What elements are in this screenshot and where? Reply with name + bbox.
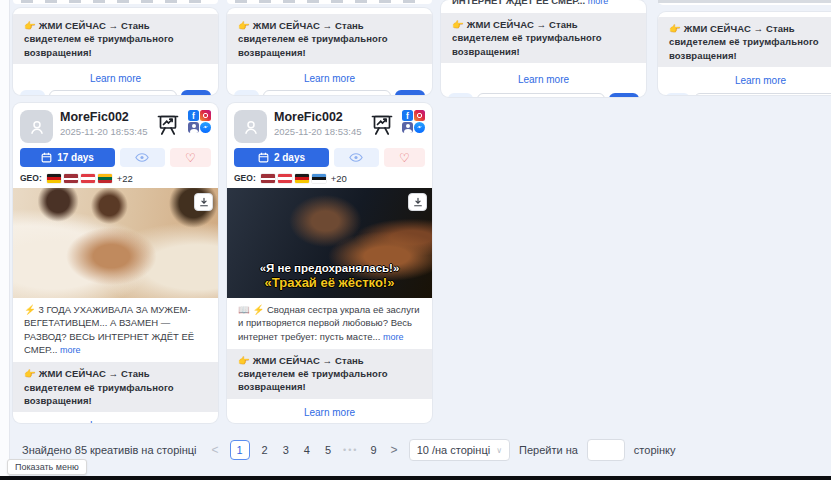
latvia-flag-icon [261, 174, 275, 183]
estonia-flag-icon [312, 174, 326, 183]
ad-cta-text: 👉 ЖМИ СЕЙЧАС → Стань свидетелем её триум… [658, 17, 831, 67]
cutoff-flag-row [235, 0, 424, 3]
calendar-icon [258, 152, 269, 163]
presentation-chart-icon[interactable] [156, 113, 180, 137]
person-icon [242, 118, 260, 136]
germany-flag-icon [47, 174, 61, 183]
show-menu-button[interactable]: Показать меню [7, 459, 87, 475]
latvia-flag-icon [64, 174, 78, 183]
search-url-button[interactable] [234, 90, 259, 95]
download-icon [199, 197, 209, 207]
results-count-text: Знайдено 85 креативів на сторінці [22, 444, 197, 456]
avatar [234, 110, 267, 143]
page-size-value: 10 /на сторінці [417, 444, 491, 456]
goto-page-input[interactable] [587, 439, 625, 461]
goto-page-suffix: сторінку [634, 444, 676, 456]
calendar-icon [41, 152, 52, 163]
creative-card: MoreFic002 2025-11-20 18:53:45 f 17 days… [13, 103, 218, 423]
ad-description: 📖 ⚡ Сводная сестра украла её заслуги и п… [227, 298, 432, 344]
page-number-last[interactable]: 9 [367, 444, 379, 456]
page-size-select[interactable]: 10 /на сторінці ∨ [409, 439, 510, 461]
facebook-icon: f [188, 110, 199, 121]
cutoff-flag-row [21, 0, 210, 3]
pagination-ellipsis[interactable]: ••• [343, 445, 358, 455]
ad-cta-text: 👉 ЖМИ СЕЙЧАС → Стань свидетелем её триум… [227, 349, 432, 399]
avatar [20, 110, 53, 143]
preview-button[interactable] [334, 148, 379, 167]
heart-icon: ♡ [185, 152, 196, 164]
learn-more-link[interactable]: Learn more [518, 74, 569, 85]
collapsed-sidebar[interactable] [0, 0, 10, 476]
placements-grid: f [402, 110, 425, 133]
austria-flag-icon [278, 174, 292, 183]
messenger-bolt-icon [202, 124, 209, 131]
ad-cta-text: 👉 ЖМИ СЕЙЧАС → Стань свидетелем её триум… [227, 14, 432, 64]
geo-flags [261, 174, 326, 183]
more-link[interactable]: more [588, 0, 609, 6]
creative-card-partial: 👉 ЖМИ СЕЙЧАС → Стань свидетелем её триум… [227, 8, 432, 95]
creative-image[interactable]: «Я не предохранялась!» «Трахай её жёстко… [227, 188, 432, 298]
prev-page-icon[interactable]: < [210, 443, 221, 457]
geo-label: GEO: [20, 173, 42, 183]
cutoff-card-bottom [13, 0, 218, 4]
instagram-icon [414, 110, 425, 121]
ad-description: ⚡ 3 ГОДА УХАЖИВАЛА ЗА МУЖЕМ-ВЕГЕТАТИВЦЕМ… [13, 298, 218, 357]
favorite-button[interactable]: ♡ [384, 148, 425, 167]
ad-cta-text: 👉 ЖМИ СЕЙЧАС → Стань свидетелем её триум… [441, 13, 646, 63]
messenger-bolt-icon [416, 124, 423, 131]
austria-flag-icon [81, 174, 95, 183]
image-overlay-text: «Я не предохранялась!» «Трахай её жёстко… [227, 262, 432, 290]
preview-button[interactable] [120, 148, 165, 167]
page-number-1[interactable]: 1 [230, 440, 250, 460]
landing-url-input[interactable] [694, 93, 831, 95]
geo-extra-count: +20 [331, 173, 347, 184]
messenger-icon [414, 122, 425, 133]
learn-more-link[interactable]: Learn more [735, 75, 786, 86]
creative-image[interactable] [13, 188, 218, 298]
learn-more-link[interactable]: Learn more [90, 73, 141, 84]
days-active-button[interactable]: 2 days [234, 148, 329, 167]
page-number-3[interactable]: 3 [280, 444, 292, 456]
download-image-button[interactable] [408, 193, 427, 211]
creative-card: MoreFic002 2025-11-20 18:53:45 f 2 days … [227, 103, 432, 423]
placements-grid: f [188, 110, 211, 133]
landing-url-input[interactable] [49, 90, 177, 95]
audience-network-icon [402, 122, 413, 133]
learn-more-link[interactable]: Learn more [304, 407, 355, 418]
profile-name: MoreFic002 [274, 110, 370, 124]
learn-more-link[interactable]: Learn more [304, 73, 355, 84]
open-url-button[interactable]: → [609, 93, 639, 97]
messenger-icon [200, 122, 211, 133]
pagination-bar: Знайдено 85 креативів на сторінці < 1 2 … [22, 438, 675, 462]
next-page-icon[interactable]: > [389, 443, 400, 457]
more-link[interactable]: more [383, 332, 404, 342]
learn-more-link[interactable]: Learn more [90, 420, 141, 423]
page-number-5[interactable]: 5 [322, 444, 334, 456]
days-active-label: 17 days [57, 152, 94, 163]
germany-flag-icon [295, 174, 309, 183]
ad-cta-text: 👉 ЖМИ СЕЙЧАС → Стань свидетелем её триум… [13, 14, 218, 64]
geo-extra-count: +22 [117, 173, 133, 184]
page-number-4[interactable]: 4 [301, 444, 313, 456]
download-icon [413, 197, 423, 207]
cutoff-card-bottom [227, 0, 432, 4]
search-url-button[interactable] [448, 93, 473, 97]
search-url-button[interactable] [665, 93, 690, 95]
eye-icon [135, 152, 149, 163]
open-url-button[interactable]: → [181, 90, 211, 95]
open-url-button[interactable]: → [395, 90, 425, 95]
page-number-2[interactable]: 2 [259, 444, 271, 456]
instagram-icon [200, 110, 211, 121]
days-active-button[interactable]: 17 days [20, 148, 115, 167]
download-image-button[interactable] [194, 193, 213, 211]
favorite-button[interactable]: ♡ [170, 148, 211, 167]
presentation-chart-icon[interactable] [370, 113, 394, 137]
search-url-button[interactable] [20, 90, 45, 95]
more-link[interactable]: more [60, 345, 81, 355]
landing-url-input[interactable] [263, 90, 391, 95]
goto-page-label: Перейти на [519, 444, 578, 456]
landing-url-input[interactable] [477, 93, 605, 97]
lithuania-flag-icon [98, 174, 112, 183]
geo-label: GEO: [234, 173, 256, 183]
facebook-icon: f [402, 110, 413, 121]
